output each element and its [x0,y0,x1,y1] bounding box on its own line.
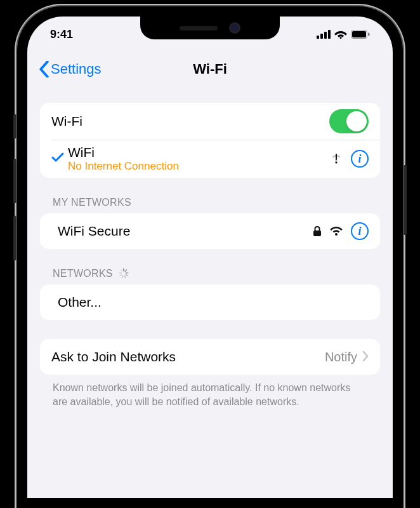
networks-header-label: NETWORKS [53,268,113,279]
screen: 9:41 [27,17,393,498]
cellular-icon [317,30,331,39]
navigation-bar: Settings Wi-Fi [27,52,393,86]
spinner-icon [118,268,129,279]
back-button[interactable]: Settings [39,61,102,77]
connected-network-name: WiFi [68,145,329,160]
svg-line-19 [120,275,122,276]
wifi-signal-icon [329,226,343,236]
battery-icon [351,30,370,39]
svg-rect-11 [313,231,321,236]
svg-point-4 [340,37,342,39]
my-networks-header: MY NETWORKS [40,178,380,213]
info-icon[interactable] [351,222,369,240]
ask-to-join-label: Ask to Join Networks [51,349,325,364]
chevron-left-icon [39,61,49,77]
content: Wi-Fi WiFi No Internet Connection [27,103,393,408]
volume-down-button [13,216,16,260]
status-icons [317,30,370,39]
wifi-main-group: Wi-Fi WiFi No Internet Connection [40,103,380,178]
connected-network-row[interactable]: WiFi No Internet Connection [40,140,380,178]
svg-line-21 [121,270,122,272]
back-label: Settings [51,61,102,77]
svg-line-20 [119,272,121,273]
volume-up-button [13,159,16,203]
ask-to-join-footer: Known networks will be joined automatica… [40,375,380,408]
wifi-status-icon [334,30,347,39]
svg-line-14 [125,270,126,272]
svg-rect-7 [368,33,370,36]
other-network-label: Other... [58,295,369,310]
lock-icon [313,225,322,237]
phone-frame: 9:41 [17,6,403,508]
wifi-warning-icon [329,153,343,164]
svg-rect-2 [324,32,327,39]
svg-rect-1 [320,34,323,39]
ask-join-group: Ask to Join Networks Notify [40,339,380,375]
wifi-toggle-label: Wi-Fi [51,114,329,129]
network-name: WiFi Secure [58,224,313,239]
ask-to-join-value: Notify [325,350,357,364]
networks-header: NETWORKS [40,249,380,284]
wifi-toggle-switch[interactable] [329,109,369,133]
svg-line-18 [122,276,122,278]
svg-point-10 [335,161,337,163]
other-network-row[interactable]: Other... [40,284,380,320]
svg-rect-3 [328,30,331,39]
my-networks-group: WiFi Secure [40,213,380,249]
connected-network-status: No Internet Connection [68,160,329,173]
svg-rect-9 [336,154,337,160]
svg-line-16 [126,275,128,276]
svg-line-15 [126,272,128,273]
mute-switch [13,114,16,138]
networks-group: Other... [40,284,380,320]
ask-to-join-row[interactable]: Ask to Join Networks Notify [40,339,380,375]
svg-rect-0 [317,36,319,39]
known-network-row[interactable]: WiFi Secure [40,213,380,249]
connected-check-icon [48,152,68,165]
chevron-right-icon [362,349,369,365]
status-time: 9:41 [50,28,73,41]
info-icon[interactable] [351,150,369,168]
wifi-toggle-row[interactable]: Wi-Fi [40,103,380,140]
svg-rect-6 [352,31,366,37]
power-button [404,165,407,235]
notch [140,17,280,39]
svg-line-17 [124,276,125,278]
svg-point-12 [335,233,338,236]
